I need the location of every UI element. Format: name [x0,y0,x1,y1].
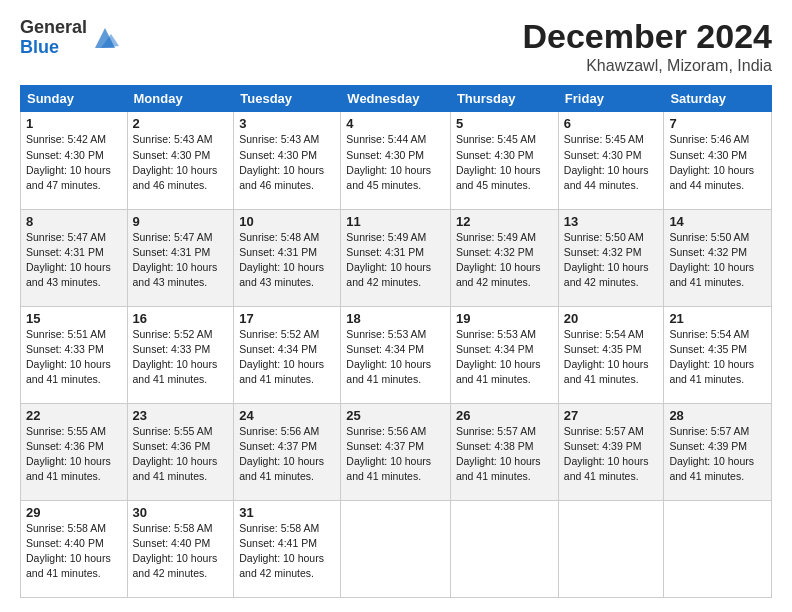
location-title: Khawzawl, Mizoram, India [522,57,772,75]
logo-general: General [20,18,87,38]
weekday-header-saturday: Saturday [664,86,772,112]
page: General Blue December 2024 Khawzawl, Miz… [0,0,792,612]
day-info: Sunrise: 5:48 AM Sunset: 4:31 PM Dayligh… [239,230,335,291]
calendar-cell: 12Sunrise: 5:49 AM Sunset: 4:32 PM Dayli… [450,209,558,306]
calendar-week-4: 22Sunrise: 5:55 AM Sunset: 4:36 PM Dayli… [21,403,772,500]
weekday-header-monday: Monday [127,86,234,112]
calendar-cell [450,500,558,597]
day-number: 27 [564,408,659,423]
weekday-header-friday: Friday [558,86,664,112]
calendar-table: SundayMondayTuesdayWednesdayThursdayFrid… [20,85,772,598]
day-number: 11 [346,214,445,229]
day-info: Sunrise: 5:55 AM Sunset: 4:36 PM Dayligh… [133,424,229,485]
day-number: 21 [669,311,766,326]
day-number: 7 [669,116,766,131]
day-info: Sunrise: 5:52 AM Sunset: 4:33 PM Dayligh… [133,327,229,388]
day-info: Sunrise: 5:43 AM Sunset: 4:30 PM Dayligh… [133,132,229,193]
day-number: 18 [346,311,445,326]
day-info: Sunrise: 5:56 AM Sunset: 4:37 PM Dayligh… [346,424,445,485]
calendar-cell: 29Sunrise: 5:58 AM Sunset: 4:40 PM Dayli… [21,500,128,597]
calendar-cell: 1Sunrise: 5:42 AM Sunset: 4:30 PM Daylig… [21,112,128,209]
day-info: Sunrise: 5:47 AM Sunset: 4:31 PM Dayligh… [26,230,122,291]
day-number: 17 [239,311,335,326]
day-number: 25 [346,408,445,423]
weekday-header-tuesday: Tuesday [234,86,341,112]
calendar-cell: 25Sunrise: 5:56 AM Sunset: 4:37 PM Dayli… [341,403,451,500]
day-info: Sunrise: 5:47 AM Sunset: 4:31 PM Dayligh… [133,230,229,291]
logo: General Blue [20,18,119,58]
day-number: 1 [26,116,122,131]
day-number: 12 [456,214,553,229]
day-number: 14 [669,214,766,229]
day-number: 30 [133,505,229,520]
day-number: 6 [564,116,659,131]
month-title: December 2024 [522,18,772,55]
calendar-week-3: 15Sunrise: 5:51 AM Sunset: 4:33 PM Dayli… [21,306,772,403]
day-info: Sunrise: 5:58 AM Sunset: 4:40 PM Dayligh… [26,521,122,582]
calendar-cell [341,500,451,597]
day-info: Sunrise: 5:44 AM Sunset: 4:30 PM Dayligh… [346,132,445,193]
calendar-week-5: 29Sunrise: 5:58 AM Sunset: 4:40 PM Dayli… [21,500,772,597]
day-info: Sunrise: 5:57 AM Sunset: 4:38 PM Dayligh… [456,424,553,485]
day-info: Sunrise: 5:53 AM Sunset: 4:34 PM Dayligh… [456,327,553,388]
day-info: Sunrise: 5:56 AM Sunset: 4:37 PM Dayligh… [239,424,335,485]
weekday-header-sunday: Sunday [21,86,128,112]
day-info: Sunrise: 5:52 AM Sunset: 4:34 PM Dayligh… [239,327,335,388]
day-number: 19 [456,311,553,326]
calendar-cell: 26Sunrise: 5:57 AM Sunset: 4:38 PM Dayli… [450,403,558,500]
day-info: Sunrise: 5:57 AM Sunset: 4:39 PM Dayligh… [669,424,766,485]
day-number: 23 [133,408,229,423]
day-info: Sunrise: 5:58 AM Sunset: 4:41 PM Dayligh… [239,521,335,582]
weekday-header-wednesday: Wednesday [341,86,451,112]
calendar-cell: 20Sunrise: 5:54 AM Sunset: 4:35 PM Dayli… [558,306,664,403]
day-info: Sunrise: 5:51 AM Sunset: 4:33 PM Dayligh… [26,327,122,388]
calendar-cell: 22Sunrise: 5:55 AM Sunset: 4:36 PM Dayli… [21,403,128,500]
day-number: 4 [346,116,445,131]
calendar-cell: 21Sunrise: 5:54 AM Sunset: 4:35 PM Dayli… [664,306,772,403]
calendar-cell: 23Sunrise: 5:55 AM Sunset: 4:36 PM Dayli… [127,403,234,500]
day-number: 24 [239,408,335,423]
calendar-cell: 27Sunrise: 5:57 AM Sunset: 4:39 PM Dayli… [558,403,664,500]
day-info: Sunrise: 5:57 AM Sunset: 4:39 PM Dayligh… [564,424,659,485]
calendar-week-2: 8Sunrise: 5:47 AM Sunset: 4:31 PM Daylig… [21,209,772,306]
day-info: Sunrise: 5:50 AM Sunset: 4:32 PM Dayligh… [669,230,766,291]
day-number: 28 [669,408,766,423]
weekday-header-row: SundayMondayTuesdayWednesdayThursdayFrid… [21,86,772,112]
calendar-cell: 10Sunrise: 5:48 AM Sunset: 4:31 PM Dayli… [234,209,341,306]
calendar-cell: 5Sunrise: 5:45 AM Sunset: 4:30 PM Daylig… [450,112,558,209]
day-info: Sunrise: 5:45 AM Sunset: 4:30 PM Dayligh… [564,132,659,193]
day-info: Sunrise: 5:54 AM Sunset: 4:35 PM Dayligh… [669,327,766,388]
calendar-cell: 13Sunrise: 5:50 AM Sunset: 4:32 PM Dayli… [558,209,664,306]
day-number: 5 [456,116,553,131]
day-number: 16 [133,311,229,326]
day-number: 2 [133,116,229,131]
weekday-header-thursday: Thursday [450,86,558,112]
calendar-cell: 30Sunrise: 5:58 AM Sunset: 4:40 PM Dayli… [127,500,234,597]
day-number: 13 [564,214,659,229]
calendar-cell: 14Sunrise: 5:50 AM Sunset: 4:32 PM Dayli… [664,209,772,306]
day-number: 22 [26,408,122,423]
title-block: December 2024 Khawzawl, Mizoram, India [522,18,772,75]
day-number: 29 [26,505,122,520]
calendar-cell: 24Sunrise: 5:56 AM Sunset: 4:37 PM Dayli… [234,403,341,500]
day-info: Sunrise: 5:49 AM Sunset: 4:31 PM Dayligh… [346,230,445,291]
logo-icon [91,24,119,52]
calendar-cell [558,500,664,597]
calendar-cell: 8Sunrise: 5:47 AM Sunset: 4:31 PM Daylig… [21,209,128,306]
calendar-cell: 15Sunrise: 5:51 AM Sunset: 4:33 PM Dayli… [21,306,128,403]
calendar-cell: 19Sunrise: 5:53 AM Sunset: 4:34 PM Dayli… [450,306,558,403]
day-number: 3 [239,116,335,131]
day-number: 15 [26,311,122,326]
day-number: 10 [239,214,335,229]
day-info: Sunrise: 5:42 AM Sunset: 4:30 PM Dayligh… [26,132,122,193]
calendar-cell: 31Sunrise: 5:58 AM Sunset: 4:41 PM Dayli… [234,500,341,597]
day-info: Sunrise: 5:45 AM Sunset: 4:30 PM Dayligh… [456,132,553,193]
calendar-cell: 2Sunrise: 5:43 AM Sunset: 4:30 PM Daylig… [127,112,234,209]
day-info: Sunrise: 5:46 AM Sunset: 4:30 PM Dayligh… [669,132,766,193]
calendar-body: 1Sunrise: 5:42 AM Sunset: 4:30 PM Daylig… [21,112,772,598]
calendar-cell: 18Sunrise: 5:53 AM Sunset: 4:34 PM Dayli… [341,306,451,403]
calendar-cell: 11Sunrise: 5:49 AM Sunset: 4:31 PM Dayli… [341,209,451,306]
day-info: Sunrise: 5:49 AM Sunset: 4:32 PM Dayligh… [456,230,553,291]
calendar-cell: 3Sunrise: 5:43 AM Sunset: 4:30 PM Daylig… [234,112,341,209]
calendar-cell [664,500,772,597]
